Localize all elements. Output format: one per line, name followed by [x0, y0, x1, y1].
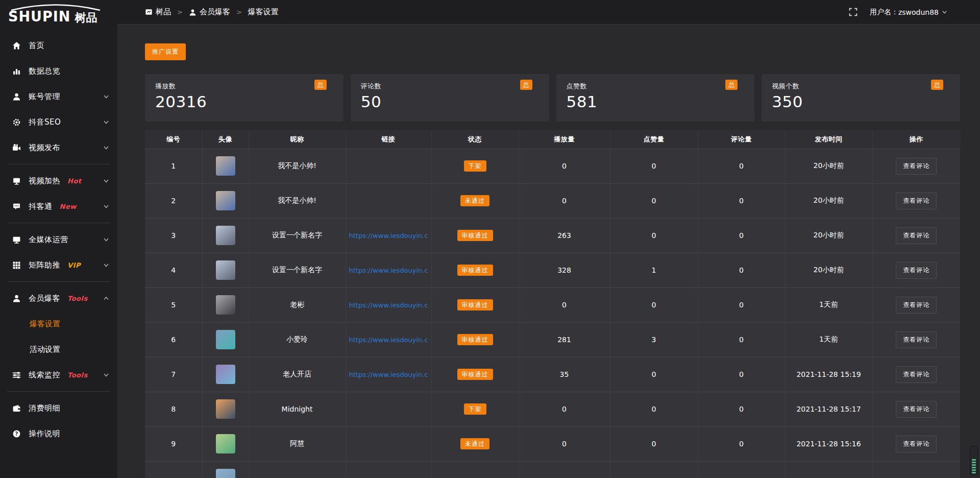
view-comments-button[interactable]: 查看评论 [896, 158, 937, 175]
fullscreen-icon[interactable] [849, 8, 857, 16]
breadcrumb-link[interactable]: 树品 [145, 7, 171, 17]
gear-icon [12, 117, 21, 127]
sidebar-subitem-baoke-settings[interactable]: 爆客设置 [0, 311, 117, 337]
svg-text:?: ? [15, 431, 18, 437]
sidebar-item-operation-guide[interactable]: ?操作说明 [0, 421, 117, 446]
cell-plays: 328 [519, 253, 610, 288]
cell-likes: 1 [610, 253, 698, 288]
sidebar-divider [7, 281, 110, 282]
promo-settings-button[interactable]: 推广设置 [145, 43, 186, 60]
user-menu[interactable]: 用户名： zswodun88 [870, 8, 947, 17]
avatar [216, 295, 235, 315]
cell-action: 查看评论 [872, 357, 960, 392]
view-comments-button[interactable]: 查看评论 [896, 331, 937, 348]
cell-avatar [202, 183, 249, 218]
sidebar-item-label: 线索监控 [29, 370, 60, 380]
avatar [216, 330, 235, 349]
view-comments-button[interactable]: 查看评论 [896, 193, 937, 209]
view-comments-button[interactable]: 查看评论 [896, 297, 937, 314]
sidebar: SHUPIN 树品 首页数据总览账号管理抖音SEO视频发布视频加热Hot抖客通N… [0, 0, 117, 478]
sidebar-divider [7, 164, 110, 164]
table-body: 1我不是小帅!下架00020小时前查看评论2我不是小帅!未通过00020小时前查… [145, 149, 960, 478]
sidebar-item-consumption-detail[interactable]: 消费明细 [0, 395, 117, 421]
cell-link [346, 392, 431, 426]
view-comments-button[interactable]: 查看评论 [896, 262, 937, 279]
cell-status [431, 461, 519, 478]
cell-plays [519, 461, 610, 478]
app-logo: SHUPIN 树品 [0, 0, 117, 30]
status-badge: 审核通过 [457, 334, 493, 345]
sidebar-item-douyin-seo[interactable]: 抖音SEO [0, 109, 117, 135]
video-link[interactable]: https://www.iesdouyin.c [349, 336, 428, 344]
breadcrumb-link[interactable]: 会员爆客 [189, 7, 230, 17]
table-row: 6小爱玲https://www.iesdouyin.c审核通过281301天前查… [145, 322, 960, 357]
sidebar-item-video-heat[interactable]: 视频加热Hot [0, 168, 117, 194]
cell-link: https://www.iesdouyin.c [346, 322, 431, 357]
videos-table: 编号头像昵称链接状态播放量点赞量评论量发布时间操作 1我不是小帅!下架00020… [145, 130, 960, 478]
view-comments-button[interactable]: 查看评论 [896, 401, 937, 418]
avatar [216, 191, 235, 210]
video-link[interactable]: https://www.iesdouyin.c [349, 232, 428, 240]
cell-status: 审核通过 [431, 288, 519, 322]
sidebar-item-clue-monitor[interactable]: 线索监控Tools [0, 362, 117, 388]
cell-comments: 0 [698, 322, 785, 357]
table-header-row: 编号头像昵称链接状态播放量点赞量评论量发布时间操作 [145, 130, 960, 149]
cell-action: 查看评论 [872, 288, 960, 322]
sidebar-item-matrix-boost[interactable]: 矩阵助推VIP [0, 252, 117, 278]
level-indicator-widget[interactable] [970, 446, 978, 475]
level-bar [972, 464, 976, 466]
column-header: 点赞量 [610, 130, 698, 149]
cell-status: 审核通过 [431, 357, 519, 392]
view-comments-button[interactable]: 查看评论 [896, 436, 937, 452]
sidebar-divider [7, 223, 110, 223]
cell-comments [698, 461, 785, 478]
cell-id [145, 461, 202, 478]
cell-nickname: 我不是小帅! [249, 149, 346, 183]
sidebar-item-label: 消费明细 [29, 403, 60, 413]
sidebar-item-member-baoke[interactable]: 会员爆客Tools [0, 285, 117, 311]
board-icon [145, 8, 153, 16]
video-link[interactable]: https://www.iesdouyin.c [349, 267, 428, 274]
column-header: 评论量 [698, 130, 785, 149]
cell-nickname: Midnight [249, 392, 346, 426]
breadcrumb: 树品>会员爆客>爆客设置 [145, 7, 849, 17]
cell-plays: 263 [519, 218, 610, 253]
cell-action: 查看评论 [872, 322, 960, 357]
status-badge: 审核通过 [457, 369, 493, 380]
chevron-down-icon [103, 203, 109, 209]
cell-nickname: 小爱玲 [249, 322, 346, 357]
cell-avatar [202, 149, 249, 183]
avatar [216, 226, 235, 245]
status-badge: 下架 [464, 160, 486, 172]
cell-avatar [202, 357, 249, 392]
cell-comments: 0 [698, 392, 785, 426]
sidebar-item-account-manage[interactable]: 账号管理 [0, 84, 117, 109]
sidebar-item-douketong[interactable]: 抖客通New [0, 194, 117, 219]
cell-status: 审核通过 [431, 218, 519, 253]
video-link[interactable]: https://www.iesdouyin.c [349, 371, 428, 378]
view-comments-button[interactable]: 查看评论 [896, 366, 937, 383]
breadcrumb-current: 爆客设置 [248, 7, 279, 17]
status-badge: 未通过 [460, 438, 489, 449]
breadcrumb-label: 树品 [156, 7, 171, 17]
cell-status: 未通过 [431, 426, 519, 461]
chevron-down-icon [103, 119, 109, 125]
sidebar-item-all-media[interactable]: 全媒体运营 [0, 227, 117, 252]
cell-published [785, 461, 872, 478]
stat-card: 视频个数350总 [762, 74, 960, 122]
table-row: 2我不是小帅!未通过00020小时前查看评论 [145, 183, 960, 218]
sidebar-item-data-overview[interactable]: 数据总览 [0, 58, 117, 84]
video-link[interactable]: https://www.iesdouyin.c [349, 301, 428, 309]
sidebar-item-badge: VIP [67, 261, 81, 269]
sidebar-subitem-activity-settings[interactable]: 活动设置 [0, 337, 117, 362]
avatar [216, 434, 235, 453]
sidebar-item-home[interactable]: 首页 [0, 33, 117, 58]
sidebar-item-video-publish[interactable]: 视频发布 [0, 135, 117, 160]
stat-card-label: 播放数 [155, 82, 333, 91]
cell-comments: 0 [698, 149, 785, 183]
cell-likes: 0 [610, 218, 698, 253]
cell-action [872, 461, 960, 478]
stat-card-label: 评论数 [361, 82, 539, 91]
status-badge: 审核通过 [457, 230, 493, 241]
view-comments-button[interactable]: 查看评论 [896, 227, 937, 244]
